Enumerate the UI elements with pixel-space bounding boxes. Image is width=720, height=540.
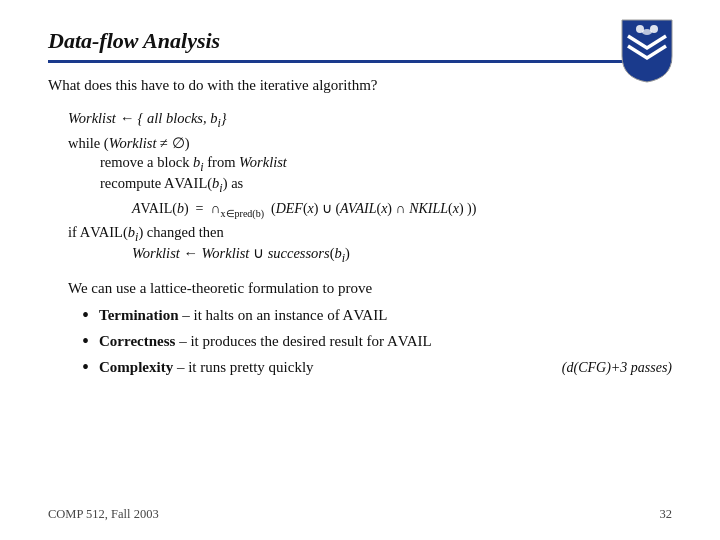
logo [618, 16, 676, 74]
slide: Data-flow Analysis What does this have t… [0, 0, 720, 540]
avail-formula: AVAIL(b) = ∩x∈pred(b) (DEF(x) ∪ (AVAIL(x… [132, 200, 672, 219]
bullet-dot-2: • [82, 330, 89, 353]
subtitle: What does this have to do with the itera… [48, 77, 672, 94]
while-head: while (Worklist ≠ ∅) [68, 135, 672, 152]
bullet-dot-1: • [82, 304, 89, 327]
bullet-list: • Termination – it halts on an instance … [82, 307, 672, 379]
while-body-line1: remove a block bi from Worklist [100, 154, 672, 175]
header-bar: Data-flow Analysis [48, 28, 672, 63]
bullet-correctness: • Correctness – it produces the desired … [82, 333, 672, 353]
bullet-dot-3: • [82, 356, 89, 379]
footer-right: 32 [660, 507, 673, 522]
slide-title: Data-flow Analysis [48, 28, 220, 54]
footer: COMP 512, Fall 2003 32 [48, 507, 672, 522]
bullet-text-termination: Termination – it halts on an instance of… [99, 307, 672, 324]
if-line1: if AVAIL(bi) changed then [68, 224, 672, 245]
bullet-complexity: • Complexity – it runs pretty quickly (d… [82, 359, 672, 379]
while-block: while (Worklist ≠ ∅) remove a block bi f… [68, 135, 672, 196]
svg-point-2 [642, 29, 652, 35]
footer-left: COMP 512, Fall 2003 [48, 507, 159, 522]
complexity-line: Complexity – it runs pretty quickly (d(C… [99, 359, 672, 376]
bullet-text-complexity: Complexity – it runs pretty quickly (d(C… [99, 359, 672, 376]
if-line2: Worklist ← Worklist ∪ successors(bi) [132, 245, 672, 266]
lattice-text: We can use a lattice-theoretic formulati… [68, 280, 672, 297]
main-content: Worklist ← { all blocks, bi} while (Work… [68, 110, 672, 379]
while-body-line2: recompute AVAIL(bi) as [100, 175, 672, 196]
if-block: if AVAIL(bi) changed then Worklist ← Wor… [68, 224, 672, 266]
complexity-note: (d(CFG)+3 passes) [562, 360, 672, 376]
complexity-main: Complexity – it runs pretty quickly [99, 359, 314, 376]
worklist-text: Worklist ← { all blocks, bi} [68, 110, 227, 126]
bullet-text-correctness: Correctness – it produces the desired re… [99, 333, 672, 350]
while-body: remove a block bi from Worklist recomput… [100, 154, 672, 196]
bullet-termination: • Termination – it halts on an instance … [82, 307, 672, 327]
worklist-init: Worklist ← { all blocks, bi} [68, 110, 672, 131]
